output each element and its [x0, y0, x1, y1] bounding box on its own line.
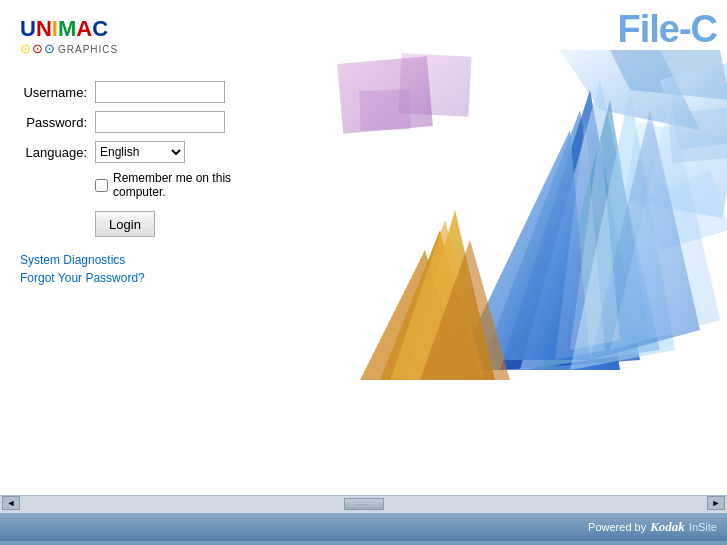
username-input[interactable]	[95, 81, 225, 103]
decorative-graphic	[300, 50, 727, 430]
system-diagnostics-link[interactable]: System Diagnostics	[20, 253, 280, 267]
app-title: File-C	[617, 8, 717, 51]
bottom-bar: ◄ ···· ► Powered by Kodak InSite	[0, 495, 727, 545]
language-select[interactable]: English French Spanish German	[95, 141, 185, 163]
graphic-svg	[300, 50, 727, 430]
left-panel: UNIMAC ⊙⊙⊙ GRAPHICS Username: Password:	[0, 0, 300, 495]
powered-by-text: Powered by Kodak InSite	[588, 519, 717, 535]
footer-bar: Powered by Kodak InSite	[0, 513, 727, 541]
username-label: Username:	[20, 85, 95, 100]
logo-area: UNIMAC ⊙⊙⊙ GRAPHICS	[20, 10, 280, 56]
scrollbar-track: ◄ ···· ►	[0, 495, 727, 513]
logo-letter-c: C	[92, 16, 108, 41]
logo-graphics-text: GRAPHICS	[58, 44, 118, 55]
scroll-right-button[interactable]: ►	[707, 496, 725, 510]
login-form: Username: Password: Language: English Fr…	[20, 81, 280, 253]
right-panel: File-C	[300, 0, 727, 495]
powered-by-label: Powered by	[588, 521, 646, 533]
scroll-dots: ····	[357, 500, 370, 509]
username-row: Username:	[20, 81, 280, 103]
password-row: Password:	[20, 111, 280, 133]
login-button-row: Login	[95, 211, 280, 237]
password-label: Password:	[20, 115, 95, 130]
logo-letter-m: M	[58, 16, 76, 41]
language-label: Language:	[20, 145, 95, 160]
logo-letter-a: A	[76, 16, 92, 41]
login-button[interactable]: Login	[95, 211, 155, 237]
scroll-thumb[interactable]: ····	[344, 498, 384, 510]
scroll-left-button[interactable]: ◄	[2, 496, 20, 510]
logo-letter-u: U	[20, 16, 36, 41]
svg-rect-2	[359, 89, 410, 131]
logo-unimac: UNIMAC	[20, 18, 280, 40]
remember-me-row: Remember me on this computer.	[95, 171, 280, 199]
remember-me-checkbox[interactable]	[95, 179, 108, 192]
logo-letter-n: N	[36, 16, 52, 41]
kodak-logo: Kodak	[650, 519, 685, 535]
remember-me-label: Remember me on this computer.	[113, 171, 280, 199]
forgot-password-link[interactable]: Forgot Your Password?	[20, 271, 280, 285]
password-input[interactable]	[95, 111, 225, 133]
logo-circles: ⊙⊙⊙	[20, 41, 56, 56]
language-row: Language: English French Spanish German	[20, 141, 280, 163]
insite-label: InSite	[689, 521, 717, 533]
links-area: System Diagnostics Forgot Your Password?	[20, 253, 280, 289]
